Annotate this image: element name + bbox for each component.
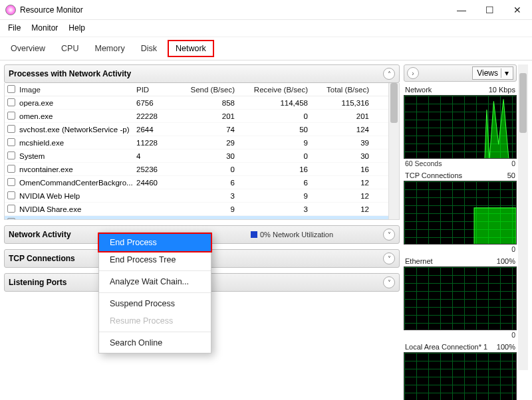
tab-memory[interactable]: Memory (90, 42, 130, 55)
graph-title: Local Area Connection* 1 (405, 343, 487, 351)
row-checkbox[interactable] (7, 125, 15, 133)
cell-send: 29 (176, 139, 243, 147)
utilization-swatch (251, 231, 257, 238)
menu-monitor[interactable]: Monitor (27, 22, 62, 34)
close-button[interactable]: ✕ (508, 5, 527, 15)
graph-footer-right: 0 (511, 331, 515, 339)
menu-separator (99, 332, 211, 332)
cell-total: 30 (316, 152, 377, 160)
chevron-down-icon[interactable]: ˅ (383, 229, 395, 241)
chevron-down-icon[interactable]: ˅ (383, 276, 395, 288)
context-resume-process: Resume Process (99, 312, 211, 330)
right-scrollbar[interactable] (518, 64, 528, 370)
cell-send: 858 (176, 99, 243, 107)
table-row[interactable]: nvcontainer.exe2523601616 (5, 163, 399, 176)
menu-help[interactable]: Help (65, 22, 89, 34)
minimize-button[interactable]: — (452, 5, 471, 15)
cell-receive: 9 (243, 139, 316, 147)
menu-file[interactable]: File (4, 22, 25, 34)
cell-receive: 6 (243, 179, 316, 187)
window-title: Resource Monitor (20, 5, 452, 15)
context-end-process-tree[interactable]: End Process Tree (99, 251, 211, 268)
row-checkbox[interactable] (7, 151, 15, 159)
cell-image: OmenCommandCenterBackgro... (19, 179, 136, 187)
right-toolbar: › Views ▾ (404, 64, 517, 82)
col-send[interactable]: Send (B/sec) (176, 86, 243, 94)
chevron-down-icon[interactable]: ▾ (501, 68, 509, 78)
cell-pid: 24460 (136, 179, 176, 187)
panel-processes-title: Processes with Network Activity (9, 69, 131, 78)
cell-image: opera.exe (19, 99, 136, 107)
cell-image: omen.exe (19, 112, 136, 120)
graph-footer-left: 60 Seconds (405, 159, 442, 167)
cell-image: System (19, 152, 136, 160)
graph-canvas (404, 266, 517, 330)
cell-pid: 22228 (136, 112, 176, 120)
cell-image: YourPhoneServer (19, 219, 136, 221)
process-table: Image PID Send (B/sec) Receive (B/sec) T… (4, 83, 400, 220)
row-checkbox[interactable] (7, 165, 15, 173)
col-image[interactable]: Image (19, 86, 136, 94)
section-network-activity-title: Network Activity (9, 230, 71, 239)
table-row[interactable]: NVIDIA Web Help3912 (5, 189, 399, 203)
maximize-button[interactable]: ☐ (480, 5, 499, 15)
cell-total: 12 (316, 192, 377, 200)
table-row[interactable]: System430030 (5, 150, 399, 163)
panel-processes-header[interactable]: Processes with Network Activity ˄ (4, 64, 400, 83)
cell-receive: 0 (243, 152, 316, 160)
row-checkbox[interactable] (7, 205, 15, 213)
context-menu: End Process End Process Tree Analyze Wai… (98, 232, 211, 353)
tab-overview[interactable]: Overview (5, 42, 51, 55)
col-total[interactable]: Total (B/sec) (316, 86, 377, 94)
context-search-online[interactable]: Search Online (99, 334, 211, 351)
col-receive[interactable]: Receive (B/sec) (243, 86, 316, 94)
table-row[interactable]: NVIDIA Share.exe9312 (5, 203, 399, 216)
table-row[interactable]: omen.exe222282010201 (5, 110, 399, 123)
cell-total: 12 (316, 205, 377, 213)
chevron-down-icon[interactable]: ˅ (383, 252, 395, 264)
cell-pid: 6756 (136, 99, 176, 107)
table-row[interactable]: mcshield.exe1122829939 (5, 136, 399, 150)
row-checkbox[interactable] (7, 178, 15, 186)
cell-send: 5 (176, 219, 243, 221)
table-row[interactable]: svchost.exe (NetworkService -p)264474501… (5, 123, 399, 136)
tab-disk[interactable]: Disk (136, 42, 162, 55)
cell-total: 16 (316, 165, 377, 173)
cell-total: 115,316 (316, 99, 377, 107)
cell-send: 3 (176, 192, 243, 200)
table-row[interactable]: opera.exe6756858114,458115,316 (5, 96, 399, 110)
tab-cpu[interactable]: CPU (56, 42, 84, 55)
tab-network[interactable]: Network (168, 40, 214, 57)
chevron-up-icon[interactable]: ˄ (383, 68, 395, 80)
table-row[interactable]: OmenCommandCenterBackgro...244606612 (5, 176, 399, 189)
svg-marker-0 (404, 99, 516, 159)
checkbox-all[interactable] (7, 85, 15, 93)
context-end-process[interactable]: End Process (98, 233, 212, 252)
table-header: Image PID Send (B/sec) Receive (B/sec) T… (5, 83, 399, 96)
graph-canvas (404, 95, 517, 159)
row-checkbox[interactable] (7, 138, 15, 146)
graph-title: Ethernet (405, 257, 433, 265)
cell-send: 9 (176, 205, 243, 213)
section-listening-ports-title: Listening Ports (9, 278, 66, 287)
cell-receive: 0 (243, 112, 316, 120)
col-pid[interactable]: PID (136, 86, 176, 94)
cell-total: 39 (316, 139, 377, 147)
cell-total: 201 (316, 112, 377, 120)
chevron-right-icon[interactable]: › (407, 67, 419, 79)
row-checkbox[interactable] (7, 98, 15, 106)
views-button[interactable]: Views ▾ (472, 66, 513, 80)
table-row[interactable]: YourPhoneServer549 (5, 216, 399, 220)
table-scrollbar[interactable] (388, 83, 399, 219)
context-suspend-process[interactable]: Suspend Process (99, 295, 211, 312)
titlebar: Resource Monitor — ☐ ✕ (0, 0, 532, 20)
cell-pid: 2644 (136, 126, 176, 134)
cell-receive: 3 (243, 205, 316, 213)
row-checkbox[interactable] (7, 218, 15, 221)
cell-send: 30 (176, 152, 243, 160)
graph-title: TCP Connections (405, 171, 462, 179)
menu-separator (99, 270, 211, 271)
row-checkbox[interactable] (7, 191, 15, 199)
row-checkbox[interactable] (7, 112, 15, 120)
context-analyze-wait-chain[interactable]: Analyze Wait Chain... (99, 273, 211, 290)
